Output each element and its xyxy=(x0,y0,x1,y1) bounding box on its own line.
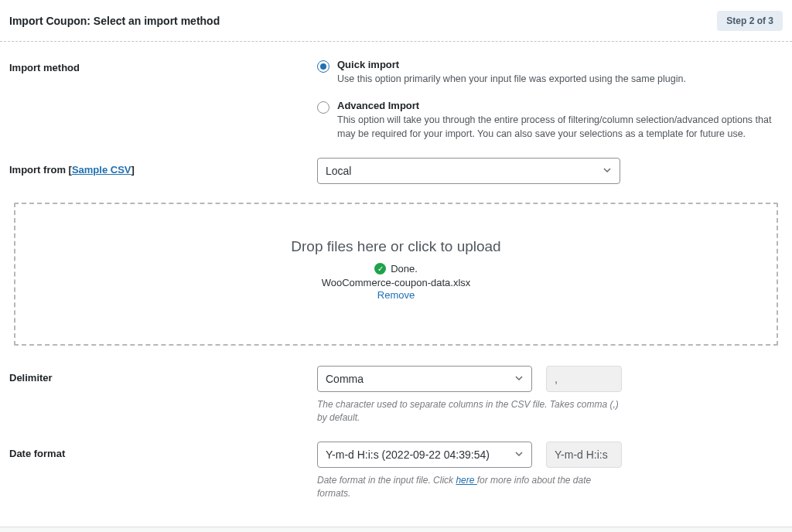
date-format-helper: Date format in the input file. Click her… xyxy=(317,474,620,500)
row-import-from: Import from [Sample CSV] Local xyxy=(9,141,783,184)
label-import-from: Import from [Sample CSV] xyxy=(9,158,317,176)
label-delimiter: Delimiter xyxy=(9,366,317,384)
radio-advanced-import[interactable] xyxy=(317,101,329,114)
radio-option-quick[interactable]: Quick import Use this option primarily w… xyxy=(317,59,783,86)
chevron-down-icon xyxy=(514,373,524,385)
row-import-method: Import method Quick import Use this opti… xyxy=(9,42,783,141)
radio-quick-desc: Use this option primarily when your inpu… xyxy=(337,72,686,86)
radio-quick-import[interactable] xyxy=(317,60,329,73)
radio-advanced-desc: This option will take you through the en… xyxy=(337,113,783,141)
radio-quick-title: Quick import xyxy=(337,59,686,70)
label-date-format: Date format xyxy=(9,442,317,459)
date-format-raw-input[interactable]: Y-m-d H:i:s xyxy=(546,442,622,468)
label-import-method: Import method xyxy=(9,59,317,73)
file-dropzone[interactable]: Drop files here or click to upload ✓ Don… xyxy=(14,203,778,346)
sample-csv-link[interactable]: Sample CSV xyxy=(72,164,131,176)
select-date-format[interactable]: Y-m-d H:i:s (2022-09-22 04:39:54) xyxy=(317,442,532,468)
radio-option-advanced[interactable]: Advanced Import This option will take yo… xyxy=(317,100,783,141)
row-delimiter: Delimiter Comma , The character used to … xyxy=(9,346,783,425)
step-badge: Step 2 of 3 xyxy=(717,11,783,31)
uploaded-filename: WooCommerce-coupon-data.xlsx xyxy=(31,277,761,288)
delimiter-char-input[interactable]: , xyxy=(546,366,622,392)
page-header: Import Coupon: Select an import method S… xyxy=(0,0,792,42)
dropzone-title: Drop files here or click to upload xyxy=(31,238,761,255)
chevron-down-icon xyxy=(603,165,612,177)
remove-file-link[interactable]: Remove xyxy=(31,289,761,301)
delimiter-helper: The character used to separate columns i… xyxy=(317,398,620,425)
check-icon: ✓ xyxy=(374,263,386,275)
select-delimiter[interactable]: Comma xyxy=(317,366,532,392)
row-date-format: Date format Y-m-d H:i:s (2022-09-22 04:3… xyxy=(9,425,783,500)
date-format-help-link[interactable]: here xyxy=(456,475,476,486)
upload-status: ✓ Done. xyxy=(31,263,761,275)
radio-advanced-title: Advanced Import xyxy=(337,100,783,111)
footer-bar: Back Step 3: Advanced options/Batch impo… xyxy=(0,527,792,532)
page-title: Import Coupon: Select an import method xyxy=(9,15,220,27)
chevron-down-icon xyxy=(514,448,524,461)
select-import-from[interactable]: Local xyxy=(317,158,620,184)
